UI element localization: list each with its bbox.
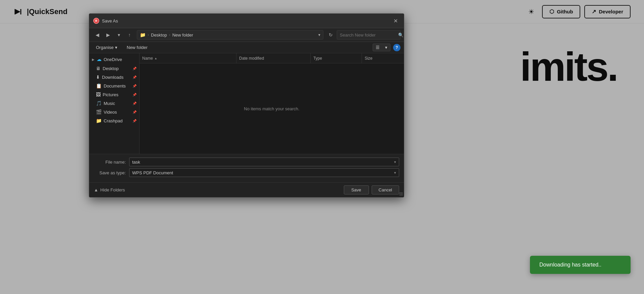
sidebar-item-music[interactable]: 🎵 Music 📌 <box>89 99 139 108</box>
help-button[interactable]: ? <box>393 44 400 51</box>
save-button[interactable]: Save <box>344 185 369 194</box>
dialog-title-left: B Save As <box>93 18 118 24</box>
crashpad-pin-icon: 📌 <box>132 119 137 123</box>
col-sort-arrow: ▲ <box>154 57 157 60</box>
col-name-label: Name <box>142 56 153 61</box>
nav-down-button[interactable]: ▾ <box>114 30 123 40</box>
new-folder-label: New folder <box>127 45 148 50</box>
sidebar-item-videos[interactable]: 🎬 Videos 📌 <box>89 108 139 116</box>
sidebar-downloads-label: Downloads <box>102 75 123 80</box>
view-dropdown-button[interactable]: ▾ <box>382 44 390 51</box>
filename-input-wrapper: ▾ <box>129 158 399 166</box>
filename-label: File name: <box>94 160 129 165</box>
dialog-sidebar: ▶ ☁ OneDrive 🖥 Desktop 📌 ⬇ Downloads 📌 📋… <box>89 53 140 154</box>
sidebar-item-documents[interactable]: 📋 Documents 📌 <box>89 81 139 90</box>
savetype-input-wrapper: WPS PDF Document ▾ <box>129 168 399 177</box>
col-header-date[interactable]: Date modified <box>236 53 310 63</box>
sidebar-item-desktop[interactable]: 🖥 Desktop 📌 <box>89 64 139 73</box>
pictures-pin-icon: 📌 <box>132 93 137 97</box>
sidebar-desktop-label: Desktop <box>103 66 119 71</box>
music-icon: 🎵 <box>96 101 102 106</box>
breadcrumb-folder-icon: 📁 <box>140 32 146 38</box>
dialog-bottom-form: File name: ▾ Save as type: WPS PDF Docum… <box>89 154 404 182</box>
dialog-content: Name ▲ Date modified Type Size No items … <box>140 53 404 154</box>
videos-pin-icon: 📌 <box>132 110 137 114</box>
videos-icon: 🎬 <box>96 109 102 115</box>
content-header: Name ▲ Date modified Type Size <box>140 53 404 63</box>
desktop-icon: 🖥 <box>96 66 101 71</box>
col-header-name[interactable]: Name ▲ <box>140 53 236 63</box>
footer-actions: Save Cancel <box>344 185 399 194</box>
onedrive-chevron: ▶ <box>92 58 95 61</box>
view-list-button[interactable]: ☰ <box>373 44 382 51</box>
resize-handle[interactable]: ⊞ <box>399 191 403 196</box>
dialog-titlebar: B Save As ✕ <box>89 14 404 28</box>
search-input[interactable] <box>340 33 396 38</box>
cancel-button[interactable]: Cancel <box>372 185 399 194</box>
nav-forward-button[interactable]: ▶ <box>103 30 113 40</box>
organise-label: Organise <box>96 45 114 50</box>
dialog-toolbar: Organise ▾ New folder ☰ ▾ ? <box>89 42 404 53</box>
breadcrumb-folder: New folder <box>172 33 193 38</box>
toolbar-left: Organise ▾ New folder <box>93 44 151 51</box>
col-type-label: Type <box>313 56 322 61</box>
search-icon: 🔍 <box>398 33 404 38</box>
content-empty-message: No items match your search. <box>140 63 404 154</box>
savetype-row: Save as type: WPS PDF Document ▾ <box>94 168 399 177</box>
sidebar-music-label: Music <box>104 101 115 106</box>
save-as-dialog: B Save As ✕ ◀ ▶ ▾ ↑ 📁 › Desktop › New fo… <box>89 13 404 197</box>
sidebar-videos-label: Videos <box>104 110 117 115</box>
downloads-pin-icon: 📌 <box>132 75 137 79</box>
toolbar-right: ☰ ▾ ? <box>373 44 400 51</box>
hide-folders-button[interactable]: ▲ Hide Folders <box>94 187 125 192</box>
documents-pin-icon: 📌 <box>132 84 137 88</box>
dialog-footer: ▲ Hide Folders Save Cancel <box>89 182 404 197</box>
sidebar-pictures-label: Pictures <box>103 92 118 97</box>
col-date-label: Date modified <box>239 56 264 61</box>
dialog-main: ▶ ☁ OneDrive 🖥 Desktop 📌 ⬇ Downloads 📌 📋… <box>89 53 404 154</box>
sidebar-item-crashpad[interactable]: 📁 Crashpad 📌 <box>89 116 139 125</box>
onedrive-icon: ☁ <box>97 56 102 62</box>
search-box: 🔍 <box>337 30 400 40</box>
dialog-title: Save As <box>102 18 118 23</box>
sidebar-documents-label: Documents <box>104 83 126 89</box>
breadcrumb-dropdown[interactable]: ▾ <box>318 33 320 37</box>
dialog-app-icon: B <box>93 18 99 24</box>
savetype-label: Save as type: <box>94 170 129 175</box>
organise-dropdown-icon: ▾ <box>115 45 117 50</box>
sidebar-item-downloads[interactable]: ⬇ Downloads 📌 <box>89 73 139 81</box>
breadcrumb-desktop: Desktop <box>151 33 167 38</box>
hide-folders-icon: ▲ <box>94 187 98 192</box>
nav-up-button[interactable]: ↑ <box>125 30 134 40</box>
col-header-type[interactable]: Type <box>310 53 362 63</box>
documents-icon: 📋 <box>96 83 102 89</box>
hide-folders-label: Hide Folders <box>100 187 125 192</box>
sidebar-item-pictures[interactable]: 🖼 Pictures 📌 <box>89 90 139 99</box>
desktop-pin-icon: 📌 <box>132 67 137 70</box>
col-size-label: Size <box>365 56 372 61</box>
filename-dropdown-arrow[interactable]: ▾ <box>394 160 396 164</box>
refresh-button[interactable]: ↻ <box>326 30 335 40</box>
crashpad-icon: 📁 <box>96 118 102 123</box>
sidebar-crashpad-label: Crashpad <box>104 118 122 123</box>
col-header-size[interactable]: Size <box>362 53 404 63</box>
dialog-navbar: ◀ ▶ ▾ ↑ 📁 › Desktop › New folder ▾ ↻ 🔍 <box>89 28 404 42</box>
dialog-close-button[interactable]: ✕ <box>391 16 400 25</box>
savetype-value: WPS PDF Document <box>132 170 394 175</box>
savetype-dropdown-arrow[interactable]: ▾ <box>394 171 396 175</box>
pictures-icon: 🖼 <box>96 92 101 97</box>
downloads-icon: ⬇ <box>96 74 100 80</box>
onedrive-label: OneDrive <box>104 57 122 62</box>
nav-back-button[interactable]: ◀ <box>93 30 102 40</box>
new-folder-button[interactable]: New folder <box>123 44 151 51</box>
breadcrumb-bar[interactable]: 📁 › Desktop › New folder ▾ <box>137 30 323 40</box>
toast-message: Downloading has started.. <box>539 262 601 268</box>
organise-button[interactable]: Organise ▾ <box>93 44 121 51</box>
toast-notification: Downloading has started.. <box>530 256 631 274</box>
sidebar-onedrive-group[interactable]: ▶ ☁ OneDrive <box>89 55 139 64</box>
filename-row: File name: ▾ <box>94 158 399 166</box>
filename-input[interactable] <box>132 160 394 165</box>
view-button-group: ☰ ▾ <box>373 44 390 51</box>
empty-text: No items match your search. <box>244 106 299 111</box>
music-pin-icon: 📌 <box>132 102 137 105</box>
